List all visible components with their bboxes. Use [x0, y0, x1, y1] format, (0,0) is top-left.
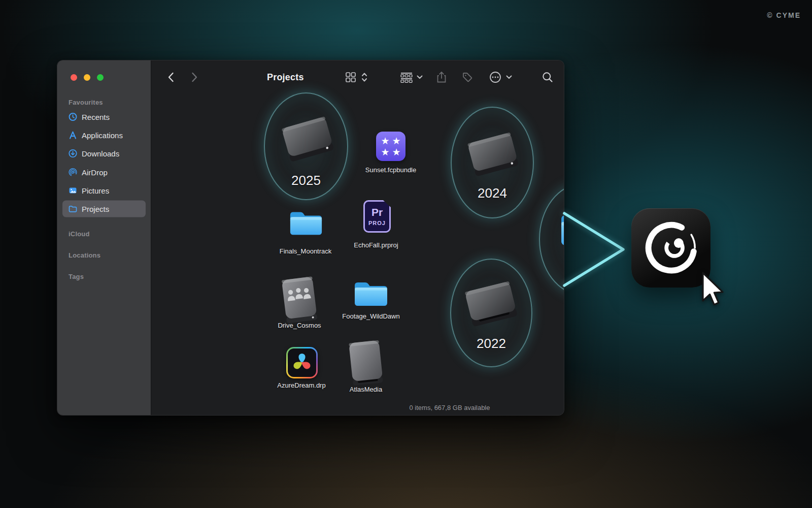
airdrop-icon — [69, 168, 77, 177]
sidebar-item-applications[interactable]: Applications — [62, 127, 146, 144]
chevron-down-icon — [417, 75, 423, 79]
folder-footage-item[interactable] — [353, 279, 389, 308]
sidebar-item-downloads[interactable]: Downloads — [62, 145, 146, 162]
external-drive-icon — [277, 113, 340, 168]
folder-icon — [288, 209, 324, 237]
premiere-project-icon: Pr PROJ — [363, 200, 391, 233]
search-icon — [542, 72, 553, 83]
back-button[interactable] — [164, 71, 177, 83]
folder-icon — [353, 279, 389, 308]
finder-sidebar: Favourites Recents Applications Download… — [57, 60, 151, 416]
sidebar-item-pictures[interactable]: Pictures — [62, 182, 146, 199]
transfer-arrow — [561, 209, 630, 290]
sidebar-item-projects[interactable]: Projects — [62, 201, 146, 217]
more-options-chevron[interactable] — [506, 75, 512, 79]
premiere-proj-badge: PROJ — [368, 220, 386, 226]
forward-button[interactable] — [188, 71, 200, 83]
zoom-button[interactable] — [97, 74, 104, 81]
view-switcher-button[interactable] — [361, 72, 367, 83]
folder-icon — [69, 205, 77, 213]
item-label: 2024 — [478, 185, 507, 201]
share-button[interactable] — [436, 71, 447, 83]
resolve-project-item[interactable] — [286, 347, 318, 378]
item-label: 2025 — [291, 173, 321, 188]
item-label: 2022 — [477, 336, 506, 352]
resolve-petals — [290, 351, 314, 374]
peakto-app-icon[interactable] — [631, 208, 710, 288]
sidebar-section-locations[interactable]: Locations — [69, 251, 100, 259]
close-button[interactable] — [71, 74, 77, 81]
share-icon — [436, 71, 447, 83]
fcp-bundle-item[interactable] — [376, 132, 405, 161]
window-title: Projects — [267, 72, 304, 83]
premiere-project-item[interactable]: Pr PROJ — [363, 200, 391, 233]
finder-window: Favourites Recents Applications Download… — [57, 60, 564, 416]
pictures-icon — [69, 186, 77, 195]
group-by-button[interactable] — [400, 72, 413, 83]
star-icon — [381, 147, 389, 157]
sidebar-section-favourites: Favourites — [69, 99, 103, 106]
chevron-right-icon — [191, 72, 198, 82]
tag-button[interactable] — [462, 72, 473, 83]
item-label: AzureDream.drp — [277, 382, 325, 389]
sidebar-item-airdrop[interactable]: AirDrop — [62, 164, 146, 181]
davinci-resolve-icon — [286, 347, 318, 378]
shared-drive-item[interactable] — [276, 273, 323, 325]
premiere-badge: Pr — [371, 207, 383, 218]
sidebar-item-label: Applications — [82, 131, 123, 140]
cyme-watermark: © CYME — [767, 11, 801, 19]
group-by-icon — [400, 72, 413, 83]
shared-drive-icon — [276, 273, 323, 325]
item-label: Drive_Cosmos — [278, 322, 321, 329]
ellipsis-circle-icon — [489, 71, 501, 83]
sidebar-section-icloud[interactable]: iCloud — [69, 230, 90, 238]
external-drive-icon — [459, 277, 523, 333]
drive-atlas-item[interactable] — [343, 337, 389, 388]
finder-content: Projects — [152, 60, 564, 416]
applications-icon — [69, 131, 77, 140]
chevron-left-icon — [167, 72, 174, 82]
group-by-chevron[interactable] — [417, 75, 423, 79]
up-down-chevrons-icon — [361, 72, 367, 83]
grid-view-icon — [345, 72, 356, 83]
search-button[interactable] — [542, 72, 553, 83]
star-icon — [381, 136, 389, 146]
drive-2024-item[interactable] — [462, 129, 524, 183]
clock-icon — [69, 113, 77, 121]
external-drive-icon — [462, 129, 524, 183]
drive-2022-item[interactable] — [459, 277, 523, 333]
item-label: Finals_Moontrack — [280, 247, 332, 255]
final-cut-bundle-icon — [376, 132, 405, 161]
sidebar-item-recents[interactable]: Recents — [62, 109, 146, 125]
star-icon — [392, 147, 400, 157]
peakto-swirl-logo — [641, 218, 701, 278]
sidebar-section-tags[interactable]: Tags — [69, 273, 84, 280]
external-drive-icon — [343, 337, 389, 388]
downloads-icon — [69, 149, 77, 158]
status-text: 0 items, 667,8 GB available — [410, 404, 490, 411]
sidebar-item-label: Downloads — [82, 149, 119, 158]
sidebar-item-label: Projects — [82, 205, 109, 213]
item-label: Footage_WildDawn — [342, 312, 399, 320]
item-label: AtlasMedia — [350, 386, 382, 393]
item-label: Sunset.fcpbundle — [365, 166, 416, 174]
mouse-cursor — [699, 271, 724, 309]
more-options-button[interactable] — [489, 71, 501, 83]
star-icon — [392, 136, 400, 146]
item-label: EchoFall.prproj — [354, 241, 398, 249]
sidebar-item-label: Recents — [82, 113, 110, 121]
drive-2025-item[interactable] — [277, 113, 340, 168]
minimize-button[interactable] — [84, 74, 90, 81]
sidebar-item-label: AirDrop — [82, 168, 108, 177]
tag-icon — [462, 72, 473, 83]
folder-finals-item[interactable] — [288, 209, 324, 237]
sidebar-item-label: Pictures — [82, 186, 109, 195]
chevron-down-icon — [506, 75, 512, 79]
resolve-inner — [288, 348, 316, 377]
grid-view-button[interactable] — [345, 72, 356, 83]
